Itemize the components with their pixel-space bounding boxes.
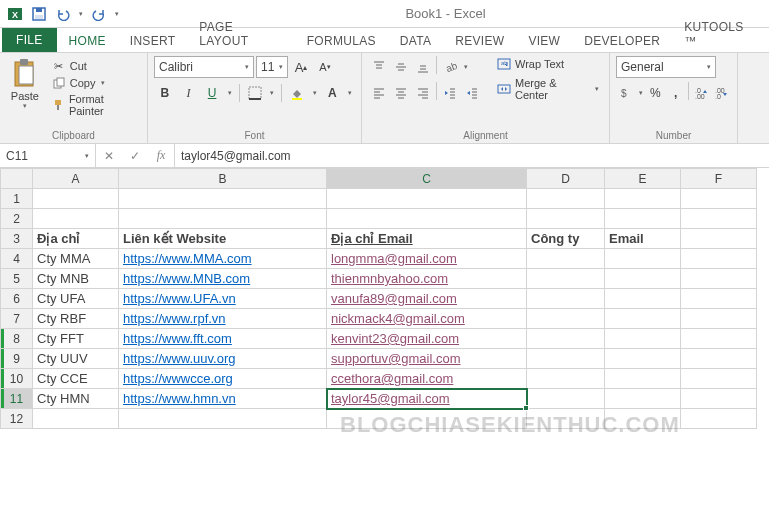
border-dropdown[interactable]: ▾	[267, 82, 277, 104]
align-right-button[interactable]	[412, 82, 434, 104]
cell-A9[interactable]: Cty UUV	[33, 349, 119, 369]
cell-C5[interactable]: thienmnbyahoo.com	[327, 269, 527, 289]
cell-C9[interactable]: supportuv@gmail.com	[327, 349, 527, 369]
column-header-E[interactable]: E	[605, 169, 681, 189]
row-header-11[interactable]: 11	[1, 389, 33, 409]
column-header-D[interactable]: D	[527, 169, 605, 189]
cell-F12[interactable]	[681, 409, 757, 429]
number-format-combo[interactable]: General▾	[616, 56, 716, 78]
decrease-decimal-button[interactable]: .00.0	[711, 82, 731, 104]
cancel-formula-button[interactable]: ✕	[96, 144, 122, 167]
cell-A10[interactable]: Cty CCE	[33, 369, 119, 389]
cell-D1[interactable]	[527, 189, 605, 209]
cell-C8[interactable]: kenvint23@gmail.com	[327, 329, 527, 349]
cell-D9[interactable]	[527, 349, 605, 369]
undo-icon[interactable]	[52, 3, 74, 25]
cell-F10[interactable]	[681, 369, 757, 389]
cell-C6[interactable]: vanufa89@gmail.com	[327, 289, 527, 309]
accounting-dropdown[interactable]: ▾	[636, 82, 645, 104]
cell-B1[interactable]	[119, 189, 327, 209]
cell-E8[interactable]	[605, 329, 681, 349]
tab-kutools-[interactable]: KUTOOLS ™	[672, 16, 769, 52]
wrap-text-button[interactable]: ab Wrap Text	[493, 56, 603, 72]
cell-B3[interactable]: Liên kết Website	[119, 229, 327, 249]
tab-home[interactable]: HOME	[57, 30, 118, 52]
tab-view[interactable]: VIEW	[516, 30, 572, 52]
cell-C11[interactable]: taylor45@gmail.com	[327, 389, 527, 409]
accounting-format-button[interactable]: $	[616, 82, 636, 104]
cell-C3[interactable]: Địa chỉ Email	[327, 229, 527, 249]
font-name-combo[interactable]: Calibri▾	[154, 56, 254, 78]
column-header-A[interactable]: A	[33, 169, 119, 189]
decrease-indent-button[interactable]	[439, 82, 461, 104]
enter-formula-button[interactable]: ✓	[122, 144, 148, 167]
column-header-F[interactable]: F	[681, 169, 757, 189]
cell-F1[interactable]	[681, 189, 757, 209]
cell-E5[interactable]	[605, 269, 681, 289]
format-painter-button[interactable]: Format Painter	[48, 92, 141, 118]
cell-D3[interactable]: Công ty	[527, 229, 605, 249]
cell-D8[interactable]	[527, 329, 605, 349]
cell-B5[interactable]: https://www.MNB.com	[119, 269, 327, 289]
cell-F8[interactable]	[681, 329, 757, 349]
cell-D2[interactable]	[527, 209, 605, 229]
cell-B4[interactable]: https://www.MMA.com	[119, 249, 327, 269]
cell-A6[interactable]: Cty UFA	[33, 289, 119, 309]
row-header-8[interactable]: 8	[1, 329, 33, 349]
align-center-button[interactable]	[390, 82, 412, 104]
increase-decimal-button[interactable]: .0.00	[691, 82, 711, 104]
cell-C4[interactable]: longmma@gmail.com	[327, 249, 527, 269]
increase-indent-button[interactable]	[461, 82, 483, 104]
cell-F3[interactable]	[681, 229, 757, 249]
cell-D10[interactable]	[527, 369, 605, 389]
cell-F5[interactable]	[681, 269, 757, 289]
underline-dropdown[interactable]: ▾	[225, 82, 235, 104]
tab-formulas[interactable]: FORMULAS	[295, 30, 388, 52]
cell-D6[interactable]	[527, 289, 605, 309]
fill-color-button[interactable]	[286, 82, 308, 104]
cell-A12[interactable]	[33, 409, 119, 429]
border-button[interactable]	[244, 82, 266, 104]
cell-F11[interactable]	[681, 389, 757, 409]
align-top-button[interactable]	[368, 56, 390, 78]
cell-D12[interactable]	[527, 409, 605, 429]
copy-button[interactable]: Copy ▾	[48, 75, 141, 91]
cell-D11[interactable]	[527, 389, 605, 409]
cell-E10[interactable]	[605, 369, 681, 389]
cell-C1[interactable]	[327, 189, 527, 209]
fx-button[interactable]: fx	[148, 144, 174, 167]
cell-A1[interactable]	[33, 189, 119, 209]
cell-E3[interactable]: Email	[605, 229, 681, 249]
cell-C10[interactable]: ccethora@gmail.com	[327, 369, 527, 389]
cell-E9[interactable]	[605, 349, 681, 369]
cell-B10[interactable]: https://wwwcce.org	[119, 369, 327, 389]
qat-customize-icon[interactable]: ▾	[112, 3, 122, 25]
grow-font-button[interactable]: A▴	[290, 56, 312, 78]
cell-B8[interactable]: https://www.fft.com	[119, 329, 327, 349]
row-header-1[interactable]: 1	[1, 189, 33, 209]
align-middle-button[interactable]	[390, 56, 412, 78]
cell-A4[interactable]: Cty MMA	[33, 249, 119, 269]
cell-B12[interactable]	[119, 409, 327, 429]
redo-icon[interactable]	[88, 3, 110, 25]
column-header-C[interactable]: C	[327, 169, 527, 189]
bold-button[interactable]: B	[154, 82, 176, 104]
cell-D7[interactable]	[527, 309, 605, 329]
font-size-combo[interactable]: 11▾	[256, 56, 288, 78]
align-bottom-button[interactable]	[412, 56, 434, 78]
cell-E1[interactable]	[605, 189, 681, 209]
cell-F7[interactable]	[681, 309, 757, 329]
cell-A11[interactable]: Cty HMN	[33, 389, 119, 409]
cell-F6[interactable]	[681, 289, 757, 309]
cell-C12[interactable]	[327, 409, 527, 429]
fill-handle[interactable]	[523, 405, 529, 411]
tab-review[interactable]: REVIEW	[443, 30, 516, 52]
undo-dropdown[interactable]: ▾	[76, 3, 86, 25]
orientation-button[interactable]: ab	[439, 56, 461, 78]
shrink-font-button[interactable]: A▾	[314, 56, 336, 78]
cell-E6[interactable]	[605, 289, 681, 309]
cell-D5[interactable]	[527, 269, 605, 289]
cell-A5[interactable]: Cty MNB	[33, 269, 119, 289]
cell-F9[interactable]	[681, 349, 757, 369]
row-header-9[interactable]: 9	[1, 349, 33, 369]
